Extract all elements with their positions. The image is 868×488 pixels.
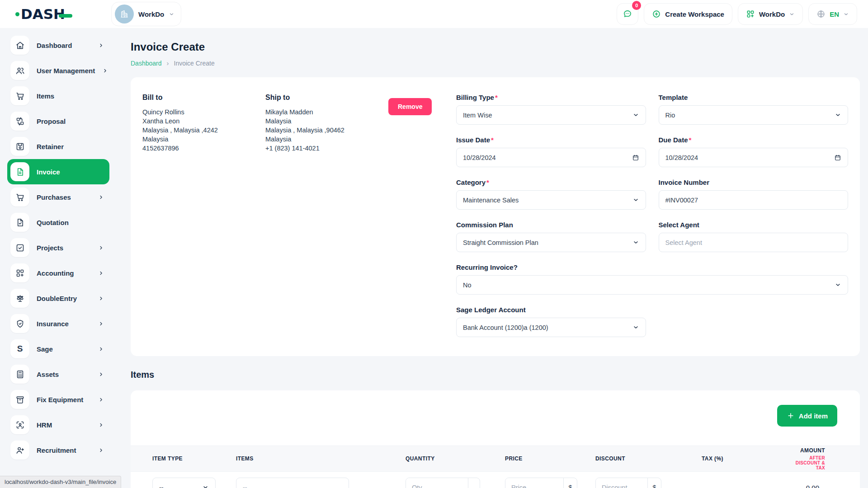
messages-badge: 0 [632,1,641,10]
sidebar-item-projects[interactable]: Projects [7,235,109,260]
sidebar-item-doubleentry[interactable]: DoubleEntry [7,286,109,311]
invoice-number-field: Invoice Number [659,178,849,210]
price-input[interactable] [505,478,563,488]
square-check-icon [10,238,29,257]
sidebar-item-assets[interactable]: Assets [7,361,109,387]
commission-plan-select[interactable]: Straight Commission Plan [456,233,646,252]
file-text-icon [10,162,29,181]
required-marker: * [689,136,692,144]
select-agent-field: Select Agent [659,221,849,252]
chevron-down-icon [169,11,175,17]
sidebar-item-hrm[interactable]: HRM [7,412,109,437]
issue-date-input[interactable]: 10/28/2024 [456,148,646,167]
quantity-input[interactable] [406,478,468,488]
create-workspace-button[interactable]: Create Workspace [644,3,732,25]
billing-type-select[interactable]: Item Wise [456,105,646,125]
archive-box-icon [10,390,29,409]
recurring-invoice-field: Recurring Invoice? No [456,263,848,295]
ship-to-line: Malaysia , Malaysia ,90462 [265,126,388,135]
chevron-right-icon [102,68,108,74]
users-icon [10,61,29,80]
chevron-right-icon [98,194,104,200]
chat-icon [623,9,632,19]
invoice-number-input[interactable] [659,190,849,210]
sidebar-item-sage[interactable]: S Sage [7,336,109,361]
sidebar-item-retainer[interactable]: Retainer [7,134,109,159]
sidebar-item-fix-equipment[interactable]: Fix Equipment [7,387,109,412]
commission-plan-field: Commission Plan Straight Commission Plan [456,221,646,252]
breadcrumb-current: Invoice Create [174,60,215,67]
remove-button[interactable]: Remove [388,98,432,115]
ship-to-line: Malaysia [265,117,388,126]
items-section-title: Items [131,370,860,380]
remove-column: Remove [388,94,456,337]
workspace-selector[interactable]: WorkDo [111,2,181,26]
required-marker: * [495,94,498,101]
workspace-name: WorkDo [138,10,164,18]
due-date-input[interactable]: 10/28/2024 [659,148,849,167]
sidebar-item-dashboard[interactable]: Dashboard [7,33,109,58]
item-type-select[interactable]: -- [152,478,216,488]
chevron-down-icon [843,11,849,17]
top-header: DASH WorkDo 0 Create Workspace WorkDo EN [0,0,868,28]
chevron-down-icon [835,282,841,288]
billing-type-field: Billing Type* Item Wise [456,94,646,125]
grid-plus-icon [10,263,29,282]
col-header-tax: TAX (%) [702,455,794,462]
sidebar-item-invoice[interactable]: Invoice [7,159,109,184]
add-item-button[interactable]: Add item [777,405,837,427]
bill-to-line: Quincy Rollins [142,108,265,117]
save-icon [10,137,29,156]
col-header-quantity: QUANTITY [406,455,505,462]
globe-icon [816,9,826,19]
app-logo[interactable]: DASH [0,6,105,22]
plus-icon [787,412,795,420]
sidebar-item-purchases[interactable]: Purchases [7,184,109,210]
breadcrumb-dashboard-link[interactable]: Dashboard [131,60,162,67]
discount-input[interactable] [596,478,647,488]
issue-date-field: Issue Date* 10/28/2024 [456,136,646,167]
calendar-icon [834,154,841,161]
sage-ledger-field: Sage Ledger Account Bank Account (1200)a… [456,306,646,337]
chevron-right-icon [98,371,104,377]
category-select[interactable]: Maintenance Sales [456,190,646,210]
sage-ledger-select[interactable]: Bank Account (1200)a (1200) [456,318,646,337]
sidebar-item-user-management[interactable]: User Management [7,58,109,83]
chevron-right-icon [98,422,104,428]
chevron-down-icon [632,324,639,331]
items-table-header: ITEM TYPE ITEMS QUANTITY PRICE DISCOUNT … [131,446,860,472]
workdo-menu-button[interactable]: WorkDo [738,3,803,25]
template-select[interactable]: Rio [659,105,849,125]
sidebar-item-quotation[interactable]: Quotation [7,210,109,235]
currency-suffix: $ [563,478,577,488]
sidebar-item-recruitment[interactable]: Recruitment [7,437,109,463]
language-button[interactable]: EN [808,3,857,25]
messages-button[interactable]: 0 [617,3,638,25]
swap-icon [10,112,29,131]
select-agent-input[interactable] [659,233,849,252]
user-plus-icon [10,441,29,460]
ship-to-label: Ship to [265,94,388,102]
sidebar-item-items[interactable]: Items [7,83,109,108]
ship-to-line: +1 (823) 141-4021 [265,144,388,153]
sidebar-item-proposal[interactable]: Proposal [7,108,109,134]
page-title: Invoice Create [131,41,860,53]
main-content: Invoice Create Dashboard › Invoice Creat… [117,28,868,488]
sidebar-item-insurance[interactable]: Insurance [7,311,109,336]
items-search-input[interactable] [236,478,349,488]
home-icon [10,36,29,55]
chevron-right-icon [98,245,104,251]
number-stepper[interactable] [468,478,480,488]
cart-icon [10,86,29,105]
logo-text: DASH [21,6,65,22]
items-card: Add item ITEM TYPE ITEMS QUANTITY PRICE … [131,390,860,488]
chevron-right-icon [98,346,104,352]
amount-value: 0.00 [794,478,860,488]
sidebar-item-accounting[interactable]: Accounting [7,260,109,286]
chevron-down-icon [202,484,209,488]
building-icon [115,5,134,23]
recurring-invoice-select[interactable]: No [456,275,848,295]
bill-to-line: Malaysia [142,135,265,144]
grid-plus-icon [746,9,755,19]
template-field: Template Rio [659,94,849,125]
